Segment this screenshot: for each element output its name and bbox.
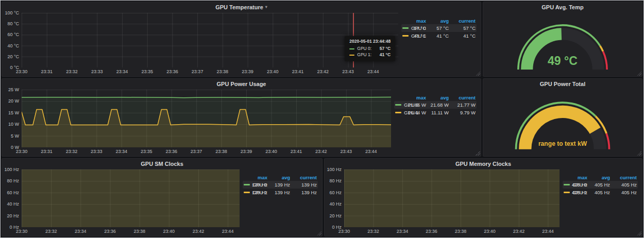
y-tick-label: 80 Hz xyxy=(329,178,342,183)
x-tick-label: 23:36 xyxy=(165,149,177,154)
legend-value: 139 Hz xyxy=(267,190,290,195)
x-tick-label: 23:30 xyxy=(16,69,28,74)
panel-title: GPU Memory Clocks xyxy=(455,161,511,167)
x-axis: 23:3023:3123:3223:3323:3423:3523:3623:37… xyxy=(22,67,398,75)
legend-row: GPU 057 °C57 °C57 °C xyxy=(401,24,477,32)
panel-title: GPU Temperature xyxy=(215,4,263,10)
x-tick-label: 23:40 xyxy=(267,69,279,74)
legend-value: 21.77 W xyxy=(449,102,476,108)
legend-value: 139 Hz xyxy=(244,182,267,188)
tooltip-series-value: 57 °C xyxy=(375,46,391,52)
plot-canvas xyxy=(22,169,240,227)
panel-resize-handle[interactable] xyxy=(637,71,641,76)
legend-header-max[interactable]: max xyxy=(402,95,426,100)
plot-region: 0 Hz20 Hz40 Hz60 Hz80 Hz100 Hz23:3023:32… xyxy=(327,169,560,235)
legend-header-current[interactable]: current xyxy=(290,175,317,180)
plot-area[interactable] xyxy=(344,169,560,227)
tooltip: 2020-05-01 23:44:48GPU 0:57 °CGPU 1:41 °… xyxy=(345,36,395,61)
x-tick-label: 23:30 xyxy=(338,229,350,234)
legend-series-toggle[interactable]: GPU 1 xyxy=(395,110,402,115)
tooltip-series-name: GPU 0: xyxy=(357,46,371,52)
legend-header-row: maxavgcurrent xyxy=(243,174,318,181)
plot-area[interactable] xyxy=(22,169,240,227)
x-tick-label: 23:41 xyxy=(291,149,302,154)
legend-row: GPU 1139 Hz139 Hz139 Hz xyxy=(243,189,318,196)
y-tick-label: 60 °C xyxy=(7,32,19,37)
panel-header-gpu-temperature[interactable]: GPU Temperature ▾ xyxy=(2,2,481,12)
legend-header-current[interactable]: current xyxy=(449,95,476,100)
tooltip-row: GPU 0:57 °C xyxy=(349,46,391,52)
x-tick-label: 23:35 xyxy=(141,69,153,74)
legend-series-toggle[interactable]: GPU 0 xyxy=(395,102,402,108)
y-tick-label: 10 W xyxy=(8,122,19,127)
gauge-gpu-power-total: range to text kW xyxy=(485,90,640,154)
legend-header-current[interactable]: current xyxy=(610,175,637,180)
x-tick-label: 23:42 xyxy=(317,69,329,74)
series-color-dash xyxy=(395,104,401,106)
panel-resize-handle[interactable] xyxy=(476,151,480,156)
legend-header-avg[interactable]: avg xyxy=(587,175,610,180)
legend: maxavgcurrentGPU 0405 Hz405 Hz405 HzGPU … xyxy=(560,169,640,235)
series-fill-gpu-1 xyxy=(344,169,560,227)
grafana-dashboard: GPU Temperature ▾ 0 °C20 °C40 °C60 °C80 … xyxy=(0,0,644,238)
y-tick-label: 60 Hz xyxy=(7,190,19,195)
panel-header-gpu-memory-clocks[interactable]: GPU Memory Clocks xyxy=(325,159,642,168)
legend-header-max[interactable]: max xyxy=(564,175,587,180)
panel-resize-handle[interactable] xyxy=(317,231,321,235)
y-tick-label: 20 °C xyxy=(7,54,19,59)
panel-gpu-avg-temp: GPU Avg. Temp 49 °C xyxy=(483,2,642,77)
legend-value: 9.79 W xyxy=(449,110,476,115)
y-tick-label: 40 °C xyxy=(7,43,19,48)
panel-header-gpu-sm-clocks[interactable]: GPU SM Clocks xyxy=(2,159,322,168)
graph-gpu-sm-clocks: 0 Hz20 Hz40 Hz60 Hz80 Hz100 Hz23:3023:32… xyxy=(2,168,322,236)
panel-header-gpu-power-usage[interactable]: GPU Power Usage xyxy=(2,79,481,89)
legend-header-current[interactable]: current xyxy=(449,18,476,24)
legend-header-max[interactable]: max xyxy=(244,175,267,180)
x-tick-label: 23:38 xyxy=(215,149,227,154)
legend: maxavgcurrentGPU 057 °C57 °C57 °CGPU 141… xyxy=(398,13,479,75)
legend-value: 41 °C xyxy=(402,33,426,39)
x-tick-label: 23:33 xyxy=(91,149,103,154)
legend-header-avg[interactable]: avg xyxy=(426,18,449,24)
legend-header-avg[interactable]: avg xyxy=(267,175,290,180)
x-tick-label: 23:33 xyxy=(91,69,103,74)
x-tick-label: 23:38 xyxy=(455,229,467,234)
panel-gpu-temperature: GPU Temperature ▾ 0 °C20 °C40 °C60 °C80 … xyxy=(2,2,481,77)
legend-value: 405 Hz xyxy=(587,182,610,188)
panel-header-gpu-power-total[interactable]: GPU Power Total xyxy=(483,79,642,89)
legend-header-row: maxavgcurrent xyxy=(401,17,477,24)
x-tick-label: 23:44 xyxy=(542,229,554,234)
y-tick-label: 15 W xyxy=(8,110,19,115)
panel-resize-handle[interactable] xyxy=(637,231,641,235)
panel-resize-handle[interactable] xyxy=(637,151,641,156)
gauge-gpu-avg-temp: 49 °C xyxy=(485,13,640,74)
x-axis: 23:3023:3223:3423:3623:3823:4023:4223:44 xyxy=(344,227,560,235)
panel-title: GPU Avg. Temp xyxy=(541,4,584,10)
legend: maxavgcurrentGPU 021.86 W21.68 W21.77 WG… xyxy=(391,90,479,155)
plot-area[interactable]: 2020-05-01 23:44:48GPU 0:57 °CGPU 1:41 °… xyxy=(22,13,398,67)
legend-header-row: maxavgcurrent xyxy=(563,174,638,181)
series-fill-gpu-1 xyxy=(22,169,240,227)
y-tick-label: 100 °C xyxy=(5,10,19,15)
panel-gpu-power-usage: GPU Power Usage 0 W5 W10 W15 W20 W25 W23… xyxy=(2,78,481,157)
panel-resize-handle[interactable] xyxy=(476,71,480,76)
plot-area[interactable] xyxy=(22,90,391,147)
x-tick-label: 23:35 xyxy=(141,149,152,154)
legend-header-avg[interactable]: avg xyxy=(426,95,449,100)
x-tick-label: 23:32 xyxy=(66,149,78,154)
panel-title: GPU Power Total xyxy=(540,81,585,87)
x-axis: 23:3023:3223:3423:3623:3823:4023:4223:44 xyxy=(22,227,240,235)
x-tick-label: 23:42 xyxy=(513,229,525,234)
plot-region: 0 W5 W10 W15 W20 W25 W23:3023:3123:3223:… xyxy=(4,90,391,155)
legend-header-row: maxavgcurrent xyxy=(394,94,477,101)
legend-row: GPU 141 °C41 °C41 °C xyxy=(401,32,477,40)
y-tick-label: 20 Hz xyxy=(329,213,342,218)
legend-value: 139 Hz xyxy=(290,190,317,195)
dashboard-row-2: GPU Power Usage 0 W5 W10 W15 W20 W25 W23… xyxy=(2,78,642,157)
y-tick-label: 40 Hz xyxy=(329,201,342,207)
series-color-dash xyxy=(395,112,401,113)
legend-header-max[interactable]: max xyxy=(402,18,426,24)
chevron-down-icon: ▾ xyxy=(265,5,267,9)
panel-header-gpu-avg-temp[interactable]: GPU Avg. Temp xyxy=(483,2,642,12)
x-axis: 23:3023:3123:3223:3323:3423:3523:3623:37… xyxy=(22,147,391,155)
